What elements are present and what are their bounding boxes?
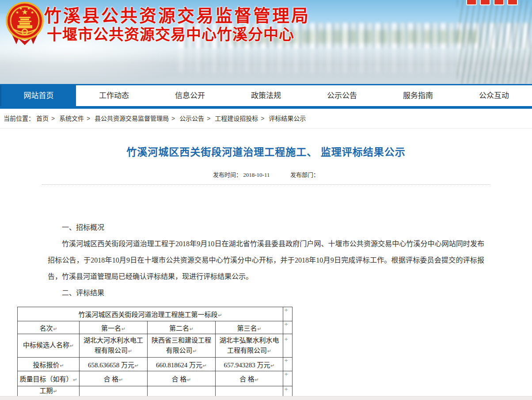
word-rowend-mark: + <box>283 371 293 386</box>
bid-result-table-wrap: 竹溪河城区西关街段河道治理工程施工第一标段↵ + 名次↵ 第一名↵ 第二名↵ 第… <box>17 307 532 400</box>
row-label-line1: 工期↵ <box>19 386 78 396</box>
breadcrumb-item-files[interactable]: 系统文件 <box>59 115 84 122</box>
word-paragraph-mark: ↵ <box>193 348 197 354</box>
breadcrumb-item-notices[interactable]: 公示公告 <box>179 115 204 122</box>
cell-value: 658.636658 万元↵ <box>88 362 139 369</box>
breadcrumb-location-label: 当前位置： <box>4 115 34 122</box>
main-nav: 网站首页 工作动态 信息公开 政策法规 公示公告 服务指南 公众互动 <box>0 84 532 109</box>
publish-time-label: 发布时间： <box>213 171 242 178</box>
word-paragraph-mark: ↵ <box>190 326 194 332</box>
word-paragraph-mark: ↵ <box>187 377 191 383</box>
row-label: 投标报价↵ <box>33 362 64 369</box>
word-paragraph-mark: ↵ <box>122 326 125 332</box>
table-row-candidates: 中标候选人名称↵ 湖北大河水利水电工程有限公司↵ 陕西省三和建设工程有限公司↵ … <box>18 334 293 358</box>
dotted-divider <box>42 184 490 185</box>
breadcrumb: 当前位置： 首页> 系统文件> 县公共资源交易监督管理局> 公示公告> 工程建设… <box>0 109 532 129</box>
word-paragraph-mark: ↵ <box>203 363 207 369</box>
row-label: 质量目标（如有）↵ <box>19 376 77 383</box>
row-label: 中标候选人名称↵ <box>23 342 74 349</box>
table-caption: 竹溪河城区西关街段河道治理工程施工第一标段↵ <box>78 311 222 318</box>
svg-text:★: ★ <box>19 6 23 11</box>
nav-item-info[interactable]: 信息公开 <box>152 85 228 106</box>
word-paragraph-mark: ↵ <box>135 363 139 369</box>
breadcrumb-item-current: 评标结果公示 <box>269 115 306 122</box>
word-rowend-mark: + <box>283 334 293 358</box>
breadcrumb-item-bureau[interactable]: 县公共资源交易监督管理局 <box>95 115 169 122</box>
article-title: 竹溪河城区西关街段河道治理工程施工、 监理评标结果公示 <box>0 144 532 159</box>
cell-value: 合 格↵ <box>172 376 191 383</box>
cropped-photo-caption <box>466 0 518 5</box>
word-paragraph-mark: ↵ <box>257 326 261 332</box>
col-header-first: 第一名↵ <box>101 325 125 332</box>
table-row-caption: 竹溪河城区西关街段河道治理工程施工第一标段↵ + <box>18 307 293 321</box>
section1-paragraph: 竹溪河城区西关街段河道治理工程于2018年9月10日在湖北省竹溪县委县政府门户网… <box>48 236 484 285</box>
bid-result-table: 竹溪河城区西关街段河道治理工程施工第一标段↵ + 名次↵ 第一名↵ 第二名↵ 第… <box>17 307 293 400</box>
word-paragraph-mark: ↵ <box>270 363 274 369</box>
breadcrumb-separator: > <box>261 115 264 122</box>
word-paragraph-mark: ↵ <box>53 389 57 394</box>
word-paragraph-mark: ↵ <box>53 326 57 332</box>
breadcrumb-item-bidding[interactable]: 工程建设招投标 <box>215 115 258 122</box>
table-row-quality: 质量目标（如有）↵ 合 格↵ 合 格↵ 合 格↵ + <box>18 371 293 386</box>
article: 竹溪河城区西关街段河道治理工程施工、 监理评标结果公示 发布时间： 2018-1… <box>0 144 532 400</box>
publish-time-value: 2018-10-11 <box>243 171 270 178</box>
col-header-rank: 名次↵ <box>39 325 57 332</box>
word-paragraph-mark: ↵ <box>70 343 74 349</box>
page: ★ ★ ★ ★ ★ 竹溪县公共资源交易监督管理局 十堰市公共资源交易中心竹溪分中… <box>0 0 532 400</box>
nav-item-interact[interactable]: 公众互动 <box>456 85 532 106</box>
nav-item-news[interactable]: 工作动态 <box>76 85 152 106</box>
cell-value: 660.818624 万元↵ <box>156 362 207 369</box>
word-paragraph-mark: ↵ <box>218 312 222 318</box>
china-national-emblem-icon: ★ ★ ★ ★ ★ <box>4 1 45 47</box>
word-paragraph-mark: ↵ <box>128 348 132 354</box>
breadcrumb-separator: > <box>51 115 55 122</box>
table-row-price: 投标报价↵ 658.636658 万元↵ 660.818624 万元↵ 657.… <box>18 358 293 371</box>
cell-value: 湖北大河水利水电工程有限公司↵ <box>84 337 143 354</box>
page-bottom-strip <box>0 396 532 400</box>
svg-text:★: ★ <box>27 6 30 11</box>
nav-item-notices[interactable]: 公示公告 <box>304 85 380 106</box>
word-paragraph-mark: ↵ <box>119 377 123 383</box>
publish-line: 发布时间： 2018-10-11 发布部门： <box>0 170 532 179</box>
col-header-second: 第二名↵ <box>169 325 194 332</box>
nav-item-home[interactable]: 网站首页 <box>0 85 76 106</box>
breadcrumb-separator: > <box>207 115 210 122</box>
word-paragraph-mark: ↵ <box>60 363 64 369</box>
word-paragraph-mark: ↵ <box>73 377 77 383</box>
breadcrumb-item-home[interactable]: 首页 <box>36 115 49 122</box>
header-photo-water-reflection <box>179 50 532 72</box>
breadcrumb-separator: > <box>171 115 175 122</box>
cell-value: 657.943283 万元↵ <box>224 362 274 369</box>
breadcrumb-separator: > <box>87 115 90 122</box>
org-title-line2: 十堰市公共资源交易中心竹溪分中心 <box>47 23 294 44</box>
section2-heading: 二、评标结果 <box>48 285 484 301</box>
cell-value: 合 格↵ <box>239 376 259 383</box>
word-rowend-mark: + <box>283 358 293 371</box>
cell-value: 合 格↵ <box>104 376 123 383</box>
word-paragraph-mark: ↵ <box>267 348 271 354</box>
article-body: 一、招标概况 竹溪河城区西关街段河道治理工程于2018年9月10日在湖北省竹溪县… <box>48 219 484 301</box>
word-paragraph-mark: ↵ <box>255 377 259 383</box>
nav-list: 网站首页 工作动态 信息公开 政策法规 公示公告 服务指南 公众互动 <box>0 85 532 106</box>
svg-text:★: ★ <box>15 10 19 15</box>
cell-value: 湖北丰弘聚水利水电工程有限公司↵ <box>219 337 279 354</box>
nav-item-policy[interactable]: 政策法规 <box>228 85 304 106</box>
publish-dept-label: 发布部门： <box>290 171 319 178</box>
cell-value: 陕西省三和建设工程有限公司↵ <box>152 337 211 354</box>
svg-text:★: ★ <box>30 10 34 15</box>
nav-bottom-bar <box>0 106 532 109</box>
section1-heading: 一、招标概况 <box>48 219 484 236</box>
header-photo-willow <box>457 0 532 84</box>
table-row-header: 名次↵ 第一名↵ 第二名↵ 第三名↵ + <box>18 321 293 334</box>
col-header-third: 第三名↵ <box>237 325 261 332</box>
word-rowend-mark: + <box>283 307 293 321</box>
nav-item-guide[interactable]: 服务指南 <box>380 85 456 106</box>
site-header: ★ ★ ★ ★ ★ 竹溪县公共资源交易监督管理局 十堰市公共资源交易中心竹溪分中… <box>0 0 532 84</box>
word-rowend-mark: + <box>283 321 293 334</box>
